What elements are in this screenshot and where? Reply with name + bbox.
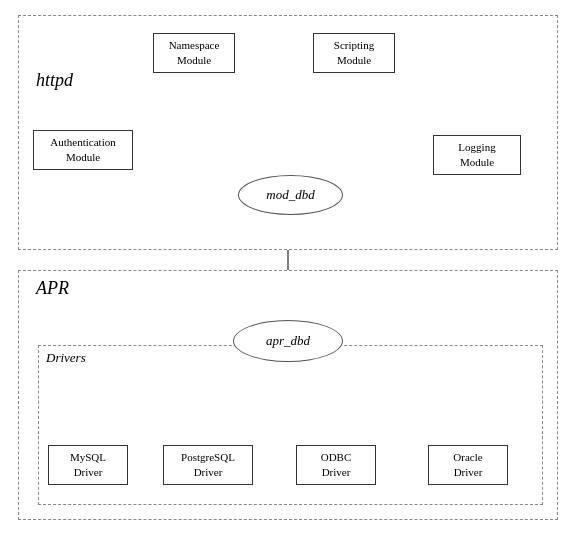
namespace-module-box: Namespace Module [153, 33, 235, 74]
logging-module-box: Logging Module [433, 135, 521, 176]
odbc-driver-box: ODBC Driver [296, 445, 376, 486]
mysql-driver-box: MySQL Driver [48, 445, 128, 486]
diagram: httpd APR Drivers Namespace Module Scrip… [18, 15, 558, 525]
postgresql-driver-box: PostgreSQL Driver [163, 445, 253, 486]
drivers-label: Drivers [46, 350, 86, 366]
apr-dbd-ellipse: apr_dbd [233, 320, 343, 362]
scripting-module-box: Scripting Module [313, 33, 395, 74]
authentication-module-box: Authentication Module [33, 130, 133, 171]
oracle-driver-box: Oracle Driver [428, 445, 508, 486]
httpd-label: httpd [36, 70, 73, 91]
mod-dbd-ellipse: mod_dbd [238, 175, 343, 215]
apr-label: APR [36, 278, 69, 299]
